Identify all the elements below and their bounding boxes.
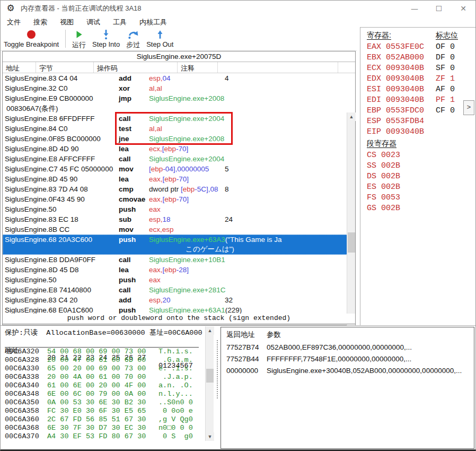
hex-row[interactable]: 00C6A3686E 30 7F 30 D7 30 EC 30n0□0 0 0 [1,424,205,432]
jump-label-row[interactable]: 008306A7(条件) [3,103,355,114]
column-header-1[interactable]: 字节 [36,62,94,73]
scrollbar-thumb[interactable] [348,232,355,253]
expand-panel-button[interactable]: > [463,100,474,115]
instruction-operands: ecx,[ebp-70] [149,144,225,154]
hex-row[interactable]: 00C6A358FC 30 E0 30 6F 30 E5 65 0 0o0 e [1,407,205,415]
scrollbar-thumb[interactable] [206,369,214,383]
menu-item-1[interactable]: 搜索 [27,16,54,28]
instruction-row[interactable]: SiglusEngine.8D 45 D8leaeax,[ebp-28] [3,265,355,275]
segment-register-fs[interactable]: FS 0053 [367,193,400,204]
operand-segment: ebp [164,195,177,203]
instruction-row[interactable]: SiglusEngine.50pusheax [3,204,355,214]
instruction-row[interactable]: SiglusEngine.E8 AFFCFFFFcallSiglusEngine… [3,154,355,164]
hex-row[interactable]: 00C6A3500A 00 53 30 6E 30 B2 30..S0n0 0 [1,398,205,407]
instruction-row[interactable]: SiglusEngine.83 C4 04addesp,044 [3,73,355,83]
hex-scrollbar[interactable]: ▲ ▼ [205,326,214,441]
hex-row[interactable]: 00C6A32054 00 68 00 69 00 73 00T.h.i.s. [1,348,205,356]
segment-register-cs[interactable]: CS 0023 [367,151,400,161]
instruction-row[interactable]: SiglusEngine.68 E0A1C600pushSiglusEngine… [3,305,355,314]
register-edi[interactable]: EDI 0093040B [367,96,424,106]
panel-splitter[interactable] [217,340,218,398]
toolbar-button-toggle-breakpoint[interactable]: Toggle Breakpoint [1,28,62,48]
hex-bytes: 65 00 20 00 69 00 73 00 [47,365,146,373]
segment-register-ds[interactable]: DS 002B [367,172,400,183]
toolbar-button-运行[interactable]: 运行 [69,28,89,50]
register-esp[interactable]: ESP 0553FDB4 [367,117,424,127]
register-ebp[interactable]: EBP 0553FDC0 [367,106,424,117]
hex-row[interactable]: 00C6A3486E 00 6C 00 79 00 0A 00n.l.y... [1,390,205,398]
hex-row[interactable]: 00C6A32820 00 47 00 61 00 6D 00 .G.a.m. [1,356,205,365]
flag-af[interactable]: AF 0 [436,85,455,96]
flag-df[interactable]: DF 0 [436,53,455,64]
column-header-0[interactable]: 地址 [3,62,36,73]
menu-item-2[interactable]: 视图 [54,16,80,28]
instruction-row[interactable]: SiglusEngine.E9 CB000000jmpSiglusEngine.… [3,93,355,103]
toolbar-button-step-into[interactable]: Step Into [89,28,123,48]
hex-row[interactable]: 00C6A3602C 67 FD 56 85 51 67 30,g V Qg0 [1,415,205,424]
instruction-row[interactable]: SiglusEngine.83 7D A4 08cmpdword ptr [eb… [3,184,355,194]
scroll-up-icon[interactable]: ▲ [206,326,214,335]
flag-zf[interactable]: ZF 1 [436,74,455,85]
toolbar-button-step-out[interactable]: Step Out [143,28,177,48]
instruction-row[interactable]: SiglusEngine.8D 4D 90leaecx,[ebp-70] [3,144,355,154]
instruction-operands: eax,[ebp-70] [149,194,225,204]
instruction-row[interactable]: SiglusEngine.8B CCmovecx,esp [3,224,355,235]
column-header-2[interactable]: 操作码 [94,62,178,73]
disassembly-address-header[interactable]: SiglusEngine.exe+20075D [3,51,355,62]
register-edx[interactable]: EDX 0093040B [367,74,424,85]
hex-row[interactable]: 00C6A34061 00 6E 00 20 00 4F 00a.n. .O. [1,381,205,390]
flag-sf[interactable]: SF 0 [436,64,455,74]
instruction-operands: al,al [149,83,225,93]
minimize-button[interactable]: — [402,1,427,16]
flag-pf[interactable]: PF 1 [436,96,455,106]
return-address: 77527B44 [226,355,267,363]
instruction-address-bytes: SiglusEngine.83 C4 20 [3,295,119,305]
stack-row[interactable]: 00000000SiglusEngine.exe+30040B,052AB000… [221,363,474,375]
instruction-row[interactable]: SiglusEngine.0F85 BC000000jneSiglusEngin… [3,134,355,144]
menu-item-4[interactable]: 工具 [107,16,133,28]
segment-register-gs[interactable]: GS 002B [367,204,400,214]
instruction-row[interactable]: SiglusEngine.83 EC 18subesp,1824 [3,214,355,224]
instruction-row[interactable]: SiglusEngine.0F43 45 90cmovaeeax,[ebp-70… [3,194,355,204]
hex-row[interactable]: 00C6A33820 00 4A 00 61 00 70 00 .J.a.p. [1,373,205,381]
register-eip[interactable]: EIP 0093040B [367,127,424,138]
toolbar-button-label: Step Into [92,40,120,48]
menu-item-0[interactable]: 文件 [1,16,27,28]
instruction-row[interactable]: SiglusEngine.32 C0xoral,al [3,83,355,93]
column-header-4[interactable] [218,62,338,73]
column-header-3[interactable]: 注释 [178,62,218,73]
instruction-row[interactable]: SiglusEngine.8D 45 90leaeax,[ebp-70] [3,174,355,184]
register-ecx[interactable]: ECX 0093040B [367,64,424,74]
register-esi[interactable]: ESI 0093040B [367,85,424,96]
segment-register-ss[interactable]: SS 002B [367,161,400,172]
toolbar-button-步过[interactable]: 步过 [123,28,143,50]
close-button[interactable]: ✕ [451,1,475,16]
register-eax[interactable]: EAX 0553FE0C [367,42,424,53]
instruction-row[interactable]: SiglusEngine.83 C4 20addesp,2032 [3,295,355,305]
scroll-up-icon[interactable]: ▲ [347,112,356,121]
hex-row[interactable]: 00C6A370A4 30 EF 53 FD 80 67 30 0 S g0 [1,432,205,441]
scroll-down-icon[interactable]: ▼ [206,432,214,441]
stack-trace-panel: 返回地址 参数 77527B74052AB000,EF897C36,000000… [221,327,474,449]
instruction-row[interactable]: SiglusEngine.E8 6FFDFFFFcallSiglusEngine… [3,114,355,124]
stack-row[interactable]: 77527B74052AB000,EF897C36,00000000,00000… [221,340,474,351]
menu-item-3[interactable]: 调试 [80,16,107,28]
register-ebx[interactable]: EBX 052AB000 [367,53,424,64]
operand-segment: ebp [164,145,177,153]
menu-item-5[interactable]: 内核工具 [133,16,173,28]
segment-register-es[interactable]: ES 002B [367,183,400,193]
selected-instruction-row[interactable]: SiglusEngine.68 20A3C600pushSiglusEngine… [3,235,355,255]
hex-address: 00C6A368 [5,424,39,432]
string-comment-line2: このゲームは") [3,245,355,255]
stack-row[interactable]: 77527B44FFFFFFFF,77548F1E,00000000,00000… [221,351,474,363]
instruction-row[interactable]: SiglusEngine.E8 74140800callSiglusEngine… [3,285,355,295]
maximize-button[interactable]: ☐ [427,1,451,16]
instruction-row[interactable]: SiglusEngine.84 C0testal,al [3,124,355,134]
instruction-row[interactable]: SiglusEngine.50pusheax [3,275,355,285]
instruction-row[interactable]: SiglusEngine.E8 DDA9F0FFcallSiglusEngine… [3,255,355,265]
instruction-mnemonic: xor [119,83,149,93]
hex-row[interactable]: 00C6A33065 00 20 00 69 00 73 00e. .i.s. [1,365,205,373]
flag-of[interactable]: OF 0 [436,42,455,53]
flag-cf[interactable]: CF 0 [436,106,455,117]
instruction-row[interactable]: SiglusEngine.C7 45 FC 05000000mov[ebp-04… [3,164,355,174]
